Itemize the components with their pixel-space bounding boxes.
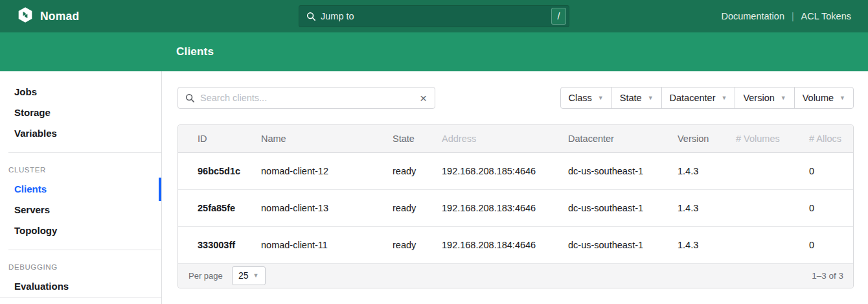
cell-version[interactable]: 1.4.3 xyxy=(678,152,736,189)
sidebar-item-servers[interactable]: Servers xyxy=(0,200,161,220)
clients-table: ID Name State Address Datacenter Version… xyxy=(178,125,853,264)
filter-datacenter-button[interactable]: Datacenter ▼ xyxy=(661,87,736,109)
cell-datacenter[interactable]: dc-us-southeast-1 xyxy=(568,226,678,263)
column-header-volumes: # Volumes xyxy=(736,125,809,152)
cell-state[interactable]: ready xyxy=(393,226,442,263)
cell-address[interactable]: 192.168.208.184:4646 xyxy=(442,226,568,263)
pagination-range: 1–3 of 3 xyxy=(812,271,843,281)
column-header-name[interactable]: Name xyxy=(261,125,393,152)
page-title: Clients xyxy=(176,45,214,58)
cell-version[interactable]: 1.4.3 xyxy=(678,189,736,226)
column-header-allocs: # Allocs xyxy=(809,125,853,152)
chevron-down-icon: ▼ xyxy=(781,95,786,101)
documentation-link[interactable]: Documentation xyxy=(721,11,784,21)
cell-allocs[interactable]: 0 xyxy=(809,189,853,226)
search-icon xyxy=(185,93,195,103)
subnav: Clients xyxy=(0,32,868,71)
chevron-down-icon: ▼ xyxy=(598,95,604,101)
version-label: v1.4.3 xyxy=(0,297,161,304)
sidebar-item-clients[interactable]: Clients xyxy=(0,179,161,200)
filter-bar: Class ▼ State ▼ Datacenter ▼ Version ▼ V… xyxy=(560,87,854,109)
filter-version-button[interactable]: Version ▼ xyxy=(735,87,794,109)
table-header-row: ID Name State Address Datacenter Version… xyxy=(178,125,853,152)
sidebar-divider xyxy=(8,250,161,250)
jump-to-search: / xyxy=(299,5,569,27)
topnav-links: Documentation | ACL Tokens xyxy=(721,11,851,21)
clear-search-icon[interactable]: × xyxy=(418,92,428,104)
column-header-version[interactable]: Version xyxy=(678,125,736,152)
column-header-id[interactable]: ID xyxy=(178,125,261,152)
brand-home-link[interactable]: Nomad xyxy=(17,6,79,26)
link-separator: | xyxy=(792,11,794,21)
chevron-down-icon: ▼ xyxy=(721,95,727,101)
cell-allocs[interactable]: 0 xyxy=(809,152,853,189)
sidebar: Jobs Storage Variables CLUSTER Clients S… xyxy=(0,71,162,304)
top-navbar: Nomad / Documentation | ACL Tokens xyxy=(0,0,868,32)
clients-table-card: ID Name State Address Datacenter Version… xyxy=(177,124,854,288)
search-icon xyxy=(306,12,316,21)
cell-id[interactable]: 333003ff xyxy=(178,226,261,263)
main-content: × Class ▼ State ▼ Datacenter ▼ Version ▼ xyxy=(162,71,868,304)
brand-name: Nomad xyxy=(40,10,79,23)
jump-to-input[interactable] xyxy=(321,11,551,21)
cell-id[interactable]: 96bc5d1c xyxy=(178,152,261,189)
cell-name[interactable]: nomad-client-12 xyxy=(261,152,393,189)
chevron-down-icon: ▼ xyxy=(253,273,259,279)
cell-volumes[interactable] xyxy=(736,152,809,189)
per-page-label: Per page xyxy=(188,271,223,281)
sidebar-item-variables[interactable]: Variables xyxy=(0,123,161,144)
sidebar-item-jobs[interactable]: Jobs xyxy=(0,82,161,102)
per-page-select[interactable]: 25 ▼ xyxy=(232,266,266,285)
cell-datacenter[interactable]: dc-us-southeast-1 xyxy=(568,189,678,226)
clients-search-box: × xyxy=(177,87,435,109)
cell-volumes[interactable] xyxy=(736,226,809,263)
filter-class-button[interactable]: Class ▼ xyxy=(560,87,612,109)
cell-name[interactable]: nomad-client-11 xyxy=(261,226,393,263)
chevron-down-icon: ▼ xyxy=(648,95,654,101)
sidebar-item-topology[interactable]: Topology xyxy=(0,220,161,241)
nomad-logo-icon xyxy=(17,6,34,26)
sidebar-divider xyxy=(8,152,161,153)
cell-volumes[interactable] xyxy=(736,189,809,226)
cell-id[interactable]: 25fa85fe xyxy=(178,189,261,226)
cell-state[interactable]: ready xyxy=(393,189,442,226)
cell-allocs[interactable]: 0 xyxy=(809,226,853,263)
client-row[interactable]: 333003ff nomad-client-11 ready 192.168.2… xyxy=(178,226,853,263)
acl-tokens-link[interactable]: ACL Tokens xyxy=(801,11,851,21)
client-row[interactable]: 96bc5d1c nomad-client-12 ready 192.168.2… xyxy=(178,152,853,189)
filter-volume-button[interactable]: Volume ▼ xyxy=(794,87,854,109)
column-header-datacenter[interactable]: Datacenter xyxy=(568,125,678,152)
cell-address[interactable]: 192.168.208.185:4646 xyxy=(442,152,568,189)
chevron-down-icon: ▼ xyxy=(839,95,845,101)
cell-datacenter[interactable]: dc-us-southeast-1 xyxy=(568,152,678,189)
sidebar-section-debugging: DEBUGGING xyxy=(0,258,161,276)
cell-version[interactable]: 1.4.3 xyxy=(678,226,736,263)
table-footer: Per page 25 ▼ 1–3 of 3 xyxy=(178,264,853,288)
cell-address[interactable]: 192.168.208.183:4646 xyxy=(442,189,568,226)
column-header-address: Address xyxy=(442,125,568,152)
sidebar-item-evaluations[interactable]: Evaluations xyxy=(0,276,161,297)
filter-state-button[interactable]: State ▼ xyxy=(611,87,662,109)
cell-state[interactable]: ready xyxy=(393,152,442,189)
column-header-state[interactable]: State xyxy=(393,125,442,152)
slash-shortcut-badge: / xyxy=(551,8,566,25)
search-clients-input[interactable] xyxy=(200,93,418,103)
client-row[interactable]: 25fa85fe nomad-client-13 ready 192.168.2… xyxy=(178,189,853,226)
cell-name[interactable]: nomad-client-13 xyxy=(261,189,393,226)
sidebar-section-cluster: CLUSTER xyxy=(0,161,161,179)
sidebar-item-storage[interactable]: Storage xyxy=(0,102,161,123)
